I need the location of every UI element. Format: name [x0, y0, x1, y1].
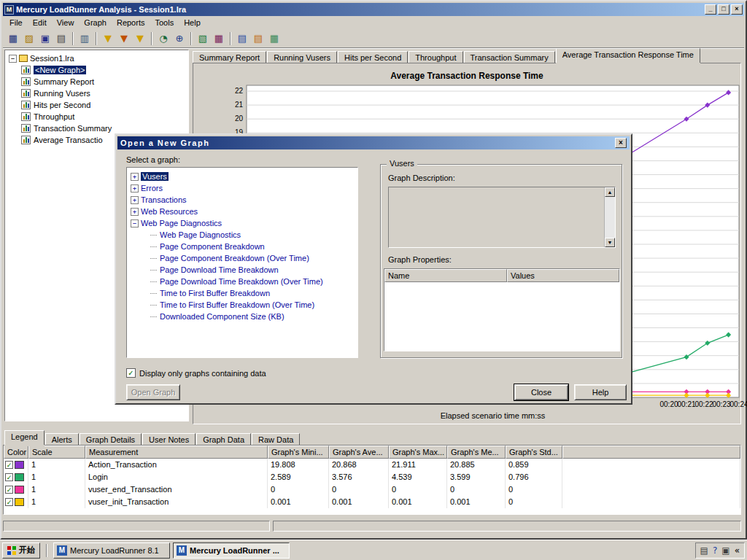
help-icon[interactable]: ? [713, 545, 717, 556]
expand-icon[interactable]: + [131, 184, 139, 192]
open-session-icon[interactable]: ▨ [22, 31, 36, 46]
menu-edit[interactable]: Edit [28, 17, 52, 28]
scroll-up-icon[interactable]: ▲ [605, 187, 615, 197]
dialog-title-bar[interactable]: Open a New Graph × [117, 136, 630, 149]
global-filter-icon[interactable]: ▼ [133, 31, 147, 46]
copy-icon[interactable]: ▥ [77, 31, 92, 46]
checkbox[interactable]: ✓ [126, 368, 136, 378]
save-session-icon[interactable]: ▣ [38, 31, 53, 46]
tree-item-running-vusers[interactable]: Running Vusers [20, 88, 187, 99]
tree-item-time-to-first-buffer-breakdown-over-time[interactable]: Time to First Buffer Breakdown (Over Tim… [150, 299, 356, 311]
task-mercury-loadrunner-analysis[interactable]: M Mercury LoadRunner ... [173, 542, 290, 559]
description-scrollbar[interactable]: ▲ ▼ [604, 187, 615, 247]
tree-item-page-download-time-breakdown[interactable]: Page Download Time Breakdown [150, 264, 356, 276]
set-filter-icon[interactable]: ▼ [101, 31, 115, 46]
tree-item-web-resources[interactable]: + Web Resources [128, 206, 356, 217]
col-name[interactable]: Name [384, 269, 507, 282]
tree-item-page-download-time-breakdown-over-time[interactable]: Page Download Time Breakdown (Over Time) [150, 276, 356, 287]
expand-icon[interactable]: + [131, 173, 139, 181]
col-graph-std[interactable]: Graph's Std... [506, 446, 562, 459]
expand-icon[interactable]: + [131, 196, 139, 204]
html-report-icon[interactable]: ▤ [251, 31, 266, 46]
series-checkbox[interactable]: ✓ [5, 461, 13, 469]
tree-item-web-page-diagnostics[interactable]: − Web Page Diagnostics [128, 217, 356, 229]
help-button[interactable]: Help [574, 384, 627, 400]
tree-item-summary-report[interactable]: Summary Report [20, 76, 187, 88]
tab-average-transaction-response-time[interactable]: Average Transaction Response Time [556, 48, 700, 63]
col-graph-med[interactable]: Graph's Me... [447, 446, 506, 459]
tree-item-web-page-diagnostics-graph[interactable]: Web Page Diagnostics [150, 229, 356, 241]
clear-filter-icon[interactable]: ▼ [117, 31, 131, 46]
collapse-chevron-icon[interactable]: « [735, 545, 740, 556]
new-graph-icon[interactable]: ▦ [6, 31, 20, 46]
minimize-button[interactable]: _ [705, 4, 716, 15]
tree-item-hits-per-second[interactable]: Hits per Second [20, 99, 187, 111]
tree-item-throughput[interactable]: Throughput [20, 111, 187, 122]
menu-view[interactable]: View [52, 17, 80, 28]
tree-item-transaction-summary[interactable]: Transaction Summary [20, 122, 187, 134]
expand-icon[interactable]: + [131, 208, 139, 216]
menu-file[interactable]: File [4, 17, 28, 28]
tab-legend[interactable]: Legend [4, 430, 44, 445]
tab-user-notes[interactable]: User Notes [142, 433, 196, 446]
series-checkbox[interactable]: ✓ [5, 486, 13, 494]
graph-description-box[interactable]: ▲ ▼ [388, 187, 616, 248]
tab-throughput[interactable]: Throughput [409, 51, 462, 63]
maximize-button[interactable]: □ [718, 4, 729, 15]
legend-row-vuser-init[interactable]: ✓ 1 vuser_init_Transaction 0.001 0.001 0… [4, 496, 740, 508]
drill-down-icon[interactable]: ⊕ [172, 31, 187, 46]
tab-graph-details[interactable]: Graph Details [80, 433, 142, 446]
new-report-icon[interactable]: ▤ [235, 31, 249, 46]
input-method-icon[interactable]: ▣ [721, 545, 729, 556]
menu-graph[interactable]: Graph [79, 17, 112, 28]
close-button[interactable]: × [731, 4, 743, 15]
series-checkbox[interactable]: ✓ [5, 473, 13, 481]
tab-running-vusers[interactable]: Running Vusers [267, 51, 337, 63]
series-checkbox[interactable]: ✓ [5, 498, 13, 506]
print-icon[interactable]: ▤ [54, 31, 69, 46]
tab-transaction-summary[interactable]: Transaction Summary [464, 51, 555, 63]
col-values[interactable]: Values [507, 269, 619, 282]
menu-reports[interactable]: Reports [112, 17, 150, 28]
legend-row-vuser-end[interactable]: ✓ 1 vuser_end_Transaction 0 0 0 0 0 [4, 483, 740, 496]
menu-help[interactable]: Help [179, 17, 206, 28]
menu-tools[interactable]: Tools [150, 17, 179, 28]
tree-item-page-component-breakdown[interactable]: Page Component Breakdown [150, 241, 356, 252]
auto-correlate-icon[interactable]: ▦ [212, 31, 226, 46]
tab-summary-report[interactable]: Summary Report [193, 51, 266, 63]
tree-root-session[interactable]: − Session1.lra [7, 52, 187, 64]
tree-item-page-component-breakdown-over-time[interactable]: Page Component Breakdown (Over Time) [150, 252, 356, 264]
tree-item-vusers[interactable]: + Vusers [128, 171, 356, 182]
tree-item-errors[interactable]: + Errors [128, 182, 356, 194]
display-only-graphs-checkbox-row[interactable]: ✓ Display only graphs containing data [126, 368, 266, 378]
legend-row-action-transaction[interactable]: ✓ 1 Action_Transaction 19.808 20.868 21.… [4, 459, 740, 471]
col-measurement[interactable]: Measurement [85, 446, 268, 459]
tab-alerts[interactable]: Alerts [45, 433, 79, 446]
col-graph-min[interactable]: Graph's Mini... [268, 446, 329, 459]
collapse-icon[interactable]: − [9, 55, 17, 63]
title-bar[interactable]: M Mercury LoadRunner Analysis - Session1… [3, 3, 744, 16]
col-scale[interactable]: Scale [28, 446, 85, 459]
tree-item-transactions[interactable]: + Transactions [128, 194, 356, 206]
col-color[interactable]: Color [4, 446, 28, 459]
printer-icon[interactable]: ▤ [700, 545, 708, 556]
open-graph-button[interactable]: Open Graph [126, 384, 180, 400]
merge-graphs-icon[interactable]: ▧ [196, 31, 210, 46]
scroll-down-icon[interactable]: ▼ [605, 238, 615, 247]
tree-item-time-to-first-buffer-breakdown[interactable]: Time to First Buffer Breakdown [150, 287, 356, 299]
export-report-icon[interactable]: ▦ [267, 31, 282, 46]
legend-row-login[interactable]: ✓ 1 Login 2.589 3.576 4.539 3.599 0.796 [4, 471, 740, 483]
tab-raw-data[interactable]: Raw Data [252, 433, 300, 446]
close-button[interactable]: Close [514, 384, 568, 400]
dialog-close-button[interactable]: × [615, 138, 627, 148]
granularity-icon[interactable]: ◔ [156, 31, 171, 46]
tree-item-new-graph[interactable]: <New Graph> [20, 64, 187, 76]
collapse-icon[interactable]: − [131, 219, 139, 228]
task-mercury-loadrunner-81[interactable]: M Mercury LoadRunner 8.1 [53, 542, 170, 559]
col-graph-avg[interactable]: Graph's Ave... [329, 446, 389, 459]
tab-hits-per-second[interactable]: Hits per Second [338, 51, 408, 63]
tab-graph-data[interactable]: Graph Data [196, 433, 251, 446]
col-graph-max[interactable]: Graph's Max... [389, 446, 447, 459]
tree-item-downloaded-component-size[interactable]: Downloaded Component Size (KB) [150, 311, 356, 322]
start-button[interactable]: 开始 [2, 542, 40, 559]
